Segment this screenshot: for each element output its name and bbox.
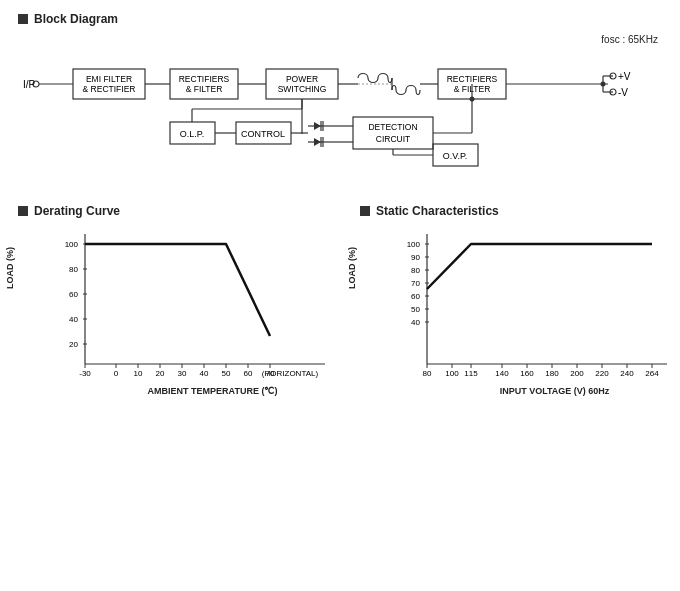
svg-text:180: 180: [545, 369, 559, 378]
static-svg: 100 90 80 70 60 50 40: [392, 224, 680, 394]
svg-text:O.L.P.: O.L.P.: [180, 129, 204, 139]
static-characteristics-section: Static Characteristics LOAD (%) 100 90 8…: [360, 204, 680, 396]
svg-text:CONTROL: CONTROL: [241, 129, 285, 139]
derating-curve-title: Derating Curve: [34, 204, 120, 218]
static-characteristics-header: Static Characteristics: [360, 204, 680, 218]
svg-text:264: 264: [645, 369, 659, 378]
svg-text:60: 60: [69, 290, 78, 299]
svg-text:(HORIZONTAL): (HORIZONTAL): [262, 369, 319, 378]
svg-text:CIRCUIT: CIRCUIT: [376, 134, 410, 144]
derating-curve-section: Derating Curve LOAD (%) 100 80 60 40: [18, 204, 340, 396]
derating-y-axis-label: LOAD (%): [5, 247, 15, 289]
derating-curve-header: Derating Curve: [18, 204, 340, 218]
svg-text:220: 220: [595, 369, 609, 378]
svg-text:160: 160: [520, 369, 534, 378]
svg-text:80: 80: [69, 265, 78, 274]
page: Block Diagram fosc : 65KHz I/P EMI FILTE…: [0, 0, 680, 591]
svg-text:-V: -V: [618, 87, 628, 98]
svg-text:POWER: POWER: [286, 74, 318, 84]
derating-square: [18, 206, 28, 216]
svg-text:0: 0: [114, 369, 119, 378]
svg-text:20: 20: [156, 369, 165, 378]
svg-text:-30: -30: [79, 369, 91, 378]
svg-text:100: 100: [65, 240, 79, 249]
svg-text:I/P: I/P: [23, 79, 36, 90]
header-square: [18, 14, 28, 24]
svg-point-52: [470, 97, 475, 102]
static-y-axis-label: LOAD (%): [347, 247, 357, 289]
svg-text:40: 40: [69, 315, 78, 324]
svg-text:80: 80: [423, 369, 432, 378]
svg-text:100: 100: [407, 240, 421, 249]
svg-text:70: 70: [411, 279, 420, 288]
svg-text:+V: +V: [618, 71, 631, 82]
svg-text:20: 20: [69, 340, 78, 349]
svg-text:50: 50: [411, 305, 420, 314]
svg-marker-42: [314, 138, 321, 146]
svg-point-29: [601, 82, 606, 87]
svg-text:115: 115: [464, 369, 478, 378]
static-characteristics-title: Static Characteristics: [376, 204, 499, 218]
svg-text:140: 140: [495, 369, 509, 378]
svg-text:200: 200: [570, 369, 584, 378]
svg-marker-38: [314, 122, 321, 130]
svg-text:RECTIFIERS: RECTIFIERS: [179, 74, 230, 84]
block-diagram-title: Block Diagram: [34, 12, 118, 26]
derating-svg: 100 80 60 40 20 -30 0 10: [50, 224, 340, 394]
svg-text:30: 30: [178, 369, 187, 378]
derating-chart-area: LOAD (%) 100 80 60 40 20: [18, 224, 340, 396]
charts-row: Derating Curve LOAD (%) 100 80 60 40: [18, 204, 662, 396]
svg-text:10: 10: [134, 369, 143, 378]
svg-text:240: 240: [620, 369, 634, 378]
svg-text:DETECTION: DETECTION: [368, 122, 417, 132]
fosc-label: fosc : 65KHz: [601, 34, 658, 45]
block-diagram-area: fosc : 65KHz I/P EMI FILTER & RECTIFIER …: [18, 34, 658, 194]
static-chart-area: LOAD (%) 100 90 80 70 60 50: [360, 224, 680, 396]
svg-text:EMI FILTER: EMI FILTER: [86, 74, 132, 84]
svg-text:100: 100: [445, 369, 459, 378]
svg-text:& FILTER: & FILTER: [186, 84, 223, 94]
block-diagram-svg: I/P EMI FILTER & RECTIFIER RECTIFIERS & …: [18, 34, 658, 184]
svg-text:60: 60: [411, 292, 420, 301]
svg-text:60: 60: [244, 369, 253, 378]
svg-text:SWITCHING: SWITCHING: [278, 84, 327, 94]
svg-text:40: 40: [411, 318, 420, 327]
svg-text:90: 90: [411, 253, 420, 262]
svg-text:80: 80: [411, 266, 420, 275]
block-diagram-header: Block Diagram: [18, 12, 662, 26]
svg-text:RECTIFIERS: RECTIFIERS: [447, 74, 498, 84]
svg-text:50: 50: [222, 369, 231, 378]
svg-text:40: 40: [200, 369, 209, 378]
static-square: [360, 206, 370, 216]
svg-text:O.V.P.: O.V.P.: [443, 151, 468, 161]
svg-text:& RECTIFIER: & RECTIFIER: [83, 84, 136, 94]
